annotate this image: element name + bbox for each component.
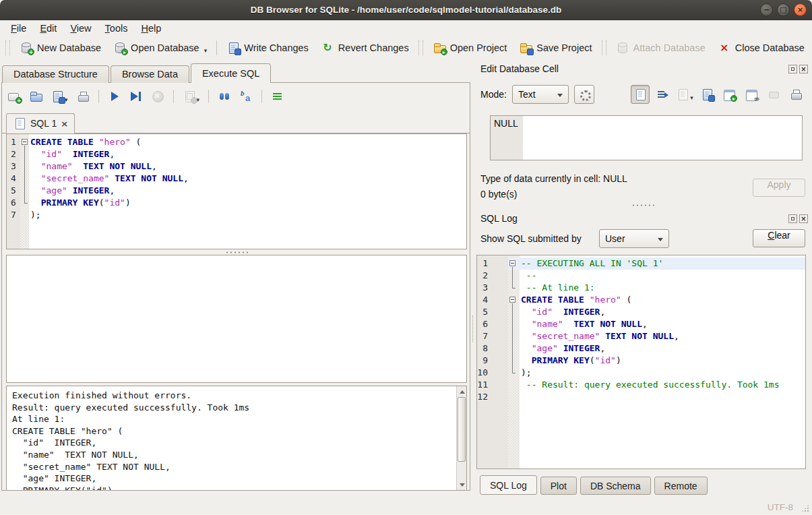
revert-changes-button[interactable]: ↻Revert Changes xyxy=(315,38,415,57)
close-database-button[interactable]: ×Close Database xyxy=(712,38,811,57)
sql-log-panel-header: SQL Log xyxy=(480,212,808,224)
find-replace-button[interactable] xyxy=(239,90,253,103)
float-panel-icon[interactable] xyxy=(788,214,797,223)
line-number: 5 xyxy=(477,306,488,318)
apply-format-button[interactable] xyxy=(574,85,594,104)
find-button[interactable] xyxy=(218,90,231,103)
fold-margin xyxy=(508,355,520,367)
main-tabs: Database StructureBrowse DataExecute SQL xyxy=(2,63,272,83)
toolbar-drag-handle[interactable] xyxy=(5,40,10,55)
menu-view[interactable]: View xyxy=(63,22,98,34)
save-as-button[interactable] xyxy=(697,85,716,104)
dock-tab-plot[interactable]: Plot xyxy=(540,477,577,495)
menu-edit[interactable]: Edit xyxy=(33,22,63,34)
scrollbar[interactable] xyxy=(456,386,466,490)
stop-button[interactable] xyxy=(151,90,164,103)
code-text: "secret_name" TEXT NOT NULL, xyxy=(29,173,466,185)
close-panel-icon[interactable] xyxy=(799,214,808,223)
fold-marker-icon[interactable] xyxy=(20,136,29,148)
erase-cell-button[interactable] xyxy=(764,85,783,104)
print-button[interactable] xyxy=(76,90,90,103)
titlebar[interactable]: DB Browser for SQLite - /home/user/code/… xyxy=(0,0,812,20)
word-wrap-button[interactable] xyxy=(653,85,672,104)
code-text: -- Result: query executed successfully. … xyxy=(520,379,805,391)
scroll-thumb[interactable] xyxy=(458,397,466,462)
line-number: 7 xyxy=(7,209,20,221)
execution-log-pane[interactable]: Execution finished without errors. Resul… xyxy=(6,386,467,491)
line-number: 6 xyxy=(477,318,488,330)
open-project-button[interactable]: ▸Open Project xyxy=(427,38,513,57)
menu-tools[interactable]: Tools xyxy=(98,22,135,34)
save-project-icon xyxy=(519,41,532,55)
code-line: 4CREATE TABLE "hero" ( xyxy=(477,294,805,306)
tab-browse-data[interactable]: Browse Data xyxy=(111,65,189,83)
save-results-button[interactable]: ▾ xyxy=(183,90,200,103)
mode-select[interactable]: Text xyxy=(512,85,569,104)
text-view-button[interactable] xyxy=(631,85,650,104)
tab-execute-sql[interactable]: Execute SQL xyxy=(191,63,271,83)
dock-splitter-handle[interactable] xyxy=(474,202,812,208)
new-database-button[interactable]: +New Database xyxy=(13,38,107,57)
toolbar-drag-handle[interactable] xyxy=(418,40,423,55)
code-line: 1-- EXECUTING ALL IN 'SQL 1' xyxy=(477,258,805,270)
fold-margin xyxy=(20,160,29,173)
save-sql-file-button[interactable]: ▾ xyxy=(51,90,68,103)
fold-marker-icon[interactable] xyxy=(508,294,520,306)
dock-tabs: SQL LogPlotDB SchemaRemote xyxy=(480,475,708,495)
dropdown-caret-icon[interactable]: ▾ xyxy=(690,94,693,101)
code-line: 5 "id" INTEGER, xyxy=(477,306,805,318)
set-as-link-button[interactable]: ∞ xyxy=(742,85,761,104)
float-panel-icon[interactable] xyxy=(788,65,797,73)
import-data-button[interactable]: ▾ xyxy=(675,85,694,104)
cell-editor[interactable]: NULL xyxy=(490,115,803,160)
print-cell-button[interactable] xyxy=(786,85,805,104)
write-changes-button[interactable]: Write Changes xyxy=(220,38,315,57)
dock-tab-sql-log[interactable]: SQL Log xyxy=(480,475,537,495)
tab-database-structure[interactable]: Database Structure xyxy=(2,65,109,83)
execute-all-button[interactable] xyxy=(108,90,121,103)
sql-log-editor[interactable]: 1-- EXECUTING ALL IN 'SQL 1'2 --3 -- At … xyxy=(476,255,806,469)
sql-tab[interactable]: SQL 1 × xyxy=(6,113,75,133)
clear-button[interactable]: Clear xyxy=(753,229,805,247)
scroll-down-icon[interactable] xyxy=(457,480,466,489)
maximize-button[interactable]: □ xyxy=(777,3,790,16)
close-panel-icon[interactable] xyxy=(799,65,808,73)
open-database-button[interactable]: ▸Open Database▾ xyxy=(107,38,213,57)
execute-current-line-button[interactable] xyxy=(129,90,143,103)
fold-margin xyxy=(20,173,29,185)
mode-value: Text xyxy=(518,89,536,100)
minimize-button[interactable]: − xyxy=(760,3,773,16)
menu-help[interactable]: Help xyxy=(134,22,168,34)
menu-file[interactable]: File xyxy=(4,22,33,34)
apply-button[interactable]: Apply xyxy=(753,179,805,197)
attach-database-button[interactable]: Attach Database xyxy=(610,38,712,57)
close-window-button[interactable]: × xyxy=(794,3,807,16)
fold-margin xyxy=(508,282,520,294)
fold-marker-icon[interactable] xyxy=(508,258,520,270)
scroll-up-icon[interactable] xyxy=(457,387,466,396)
code-text: -- EXECUTING ALL IN 'SQL 1' xyxy=(520,258,805,270)
code-text: "id" INTEGER, xyxy=(520,306,805,318)
dock-tab-remote[interactable]: Remote xyxy=(654,477,708,495)
export-data-button[interactable]: ▸ xyxy=(720,85,739,104)
execute-sql-page: +▾▾ SQL 1 × 1CREATE TABLE "hero" (2 "id"… xyxy=(1,82,470,491)
dropdown-caret-icon[interactable]: ▾ xyxy=(204,47,208,54)
line-number: 10 xyxy=(477,367,488,379)
menubar: FileEditViewToolsHelp xyxy=(0,20,812,36)
dock-tab-db-schema[interactable]: DB Schema xyxy=(580,477,651,495)
edit-cell-panel-header: Edit Database Cell xyxy=(480,63,808,75)
code-text: "age" INTEGER, xyxy=(29,185,466,197)
submitted-by-select[interactable]: User xyxy=(599,229,669,248)
close-tab-icon[interactable]: × xyxy=(61,119,68,128)
resize-grip[interactable] xyxy=(801,504,809,512)
open-sql-file-button[interactable] xyxy=(29,90,42,103)
splitter-dots xyxy=(225,251,248,253)
toolbar-drag-handle[interactable] xyxy=(602,40,606,55)
editor-splitter-handle[interactable] xyxy=(6,249,467,255)
save-project-button[interactable]: Save Project xyxy=(513,38,598,57)
fold-margin xyxy=(20,209,29,221)
new-sql-tab-button[interactable]: + xyxy=(7,90,21,103)
save-results-icon xyxy=(183,90,196,103)
sql-editor[interactable]: 1CREATE TABLE "hero" (2 "id" INTEGER,3 "… xyxy=(6,133,467,249)
auto-format-button[interactable] xyxy=(271,90,284,103)
